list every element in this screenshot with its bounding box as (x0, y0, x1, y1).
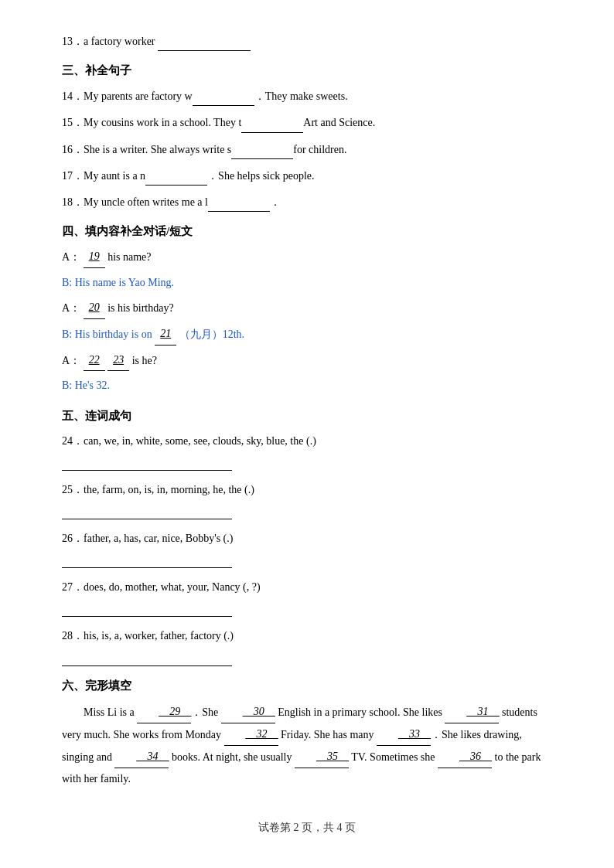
question-27: 27．does, do, mother, what, your, Nancy (… (62, 577, 552, 597)
q24-text: 24．can, we, in, white, some, see, clouds… (62, 435, 316, 447)
section6-title: 六、完形填空 (62, 679, 552, 693)
q13-label: 13．a factory worker (62, 36, 155, 47)
a3-rest: is he? (132, 355, 157, 366)
q20-rest: is his birthday? (107, 302, 174, 314)
blank-22: 22 (84, 350, 105, 372)
q28-text: 28．his, is, a, worker, father, factory (… (62, 630, 234, 642)
a1-label: A： (62, 251, 80, 263)
blank-33: __33__ (377, 723, 431, 746)
question-15: 15．My cousins work in a school. They t A… (62, 112, 552, 132)
dialog-a2: A： 20 is his birthday? (62, 298, 552, 319)
q15-blank (241, 112, 303, 132)
q28-answer-line (62, 652, 232, 666)
q16-blank (231, 139, 293, 159)
q27-text: 27．does, do, mother, what, your, Nancy (… (62, 581, 261, 593)
cloze-2: ．She (191, 706, 221, 718)
blank-30: __30__ (221, 701, 275, 723)
dialog-b2: B: His birthday is on 21 （九月）12th. (62, 324, 552, 345)
dialog-b3: B: He's 32. (62, 376, 552, 397)
question-16: 16．She is a writer. She always write s f… (62, 139, 552, 159)
q27-answer-line (62, 603, 232, 617)
blank-21: 21 (155, 324, 176, 345)
cloze-5: Friday. She has many (278, 729, 377, 740)
question-17: 17．My aunt is a n ．She helps sick people… (62, 165, 552, 186)
q18-rest: ． (270, 196, 281, 208)
blank-35: __35__ (295, 746, 349, 768)
dialog-b1: B: His name is Yao Ming. (62, 273, 552, 294)
q15-text: 15．My cousins work in a school. They t (62, 117, 241, 128)
q25-answer-line (62, 505, 232, 519)
b2-text: B: His birthday is on (62, 328, 155, 340)
dialog-a3: A： 22 23 is he? (62, 350, 552, 372)
q16-text: 16．She is a writer. She always write s (62, 144, 231, 155)
dialog-a1: A： 19 his name? (62, 247, 552, 268)
cloze-8: TV. Sometimes she (349, 751, 438, 763)
question-18: 18．My uncle often writes me a l ． (62, 192, 552, 212)
blank-20: 20 (84, 298, 105, 319)
q17-blank (145, 165, 207, 186)
q14-blank (193, 86, 254, 106)
a2-label: A： (62, 302, 80, 314)
q17-text: 17．My aunt is a n (62, 170, 145, 182)
blank-23: 23 (107, 350, 129, 372)
question-14: 14．My parents are factory w ．They make s… (62, 86, 552, 106)
question-26: 26．father, a, has, car, nice, Bobby's (.… (62, 529, 552, 548)
blank-36: __36__ (438, 746, 492, 768)
cloze-7: books. At night, she usually (169, 751, 295, 763)
page-footer: 试卷第 2 页，共 4 页 (62, 821, 552, 835)
q14-rest: ．They make sweets. (254, 90, 348, 102)
question-25: 25．the, farm, on, is, in, morning, he, t… (62, 480, 552, 499)
blank-31: __31__ (445, 701, 499, 723)
q26-answer-line (62, 554, 232, 568)
a3-label: A： (62, 355, 80, 366)
footer-text: 试卷第 2 页，共 4 页 (258, 822, 356, 833)
q14-text: 14．My parents are factory w (62, 90, 193, 102)
blank-29: __29__ (137, 701, 191, 723)
question-13: 13．a factory worker (62, 31, 552, 51)
q15-rest: Art and Science. (303, 117, 375, 128)
cloze-passage: Miss Li is a __29__．She __30__ English i… (62, 701, 552, 790)
blank-32: __32__ (224, 723, 278, 746)
q13-blank (158, 31, 251, 51)
q18-text: 18．My uncle often writes me a l (62, 196, 208, 208)
section4-title: 四、填内容补全对话/短文 (62, 224, 552, 239)
b3-text: B: He's 32. (62, 380, 110, 391)
q16-rest: for children. (293, 144, 346, 155)
q26-text: 26．father, a, has, car, nice, Bobby's (.… (62, 533, 233, 544)
question-24: 24．can, we, in, white, some, see, clouds… (62, 431, 552, 451)
blank-34: __34__ (114, 746, 169, 768)
q19-rest: his name? (107, 251, 151, 263)
section3-title: 三、补全句子 (62, 63, 552, 78)
q24-answer-line (62, 457, 232, 471)
cloze-1: Miss Li is a (84, 706, 137, 718)
blank-19: 19 (84, 247, 105, 268)
q17-rest: ．She helps sick people. (207, 170, 314, 182)
b1-text: B: His name is Yao Ming. (62, 277, 174, 288)
section5-title: 五、连词成句 (62, 409, 552, 424)
b2-chinese: （九月）12th. (179, 328, 244, 340)
q25-text: 25．the, farm, on, is, in, morning, he, t… (62, 484, 254, 495)
q18-blank (208, 192, 270, 212)
question-28: 28．his, is, a, worker, father, factory (… (62, 626, 552, 645)
cloze-3: English in a primary school. She likes (275, 706, 445, 718)
